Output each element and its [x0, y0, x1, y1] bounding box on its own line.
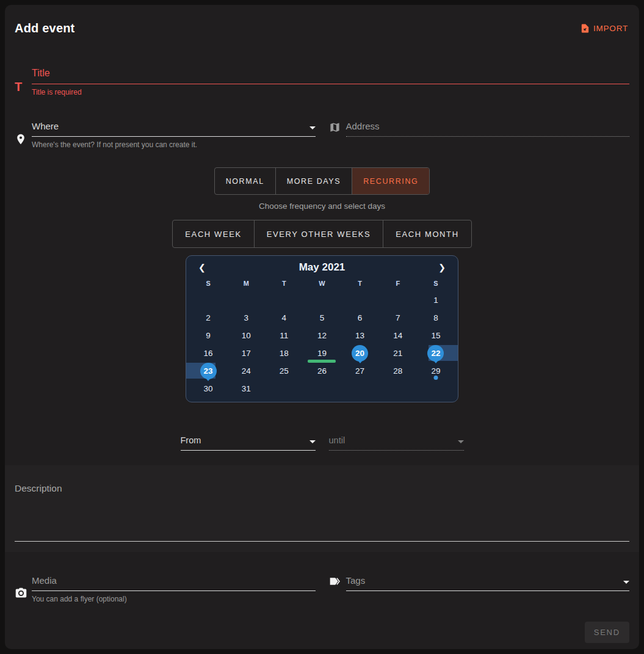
calendar-day-30[interactable]: 30: [189, 380, 227, 398]
calendar-day-25[interactable]: 25: [265, 362, 303, 380]
calendar-day-2[interactable]: 2: [189, 309, 227, 327]
calendar-day-6[interactable]: 6: [341, 309, 379, 327]
calendar-day-empty: [227, 291, 265, 309]
media-hint: You can add a flyer (optional): [32, 595, 316, 603]
calendar-day-27[interactable]: 27: [341, 362, 379, 380]
calendar-day-21[interactable]: 21: [379, 344, 417, 362]
calendar-day-20[interactable]: 20: [341, 344, 379, 362]
title-error: Title is required: [32, 88, 629, 96]
calendar-day-18[interactable]: 18: [265, 344, 303, 362]
header: Add event IMPORT: [15, 5, 629, 36]
calendar-prev-icon[interactable]: ❮: [196, 261, 208, 274]
calendar-day-number: 5: [314, 310, 330, 326]
tab-more-days[interactable]: MORE DAYS: [275, 168, 352, 194]
calendar-day-number: 13: [352, 327, 368, 344]
calendar-day-number: 7: [389, 310, 406, 326]
calendar-day-number: 20: [352, 345, 368, 362]
from-select[interactable]: From: [181, 435, 316, 451]
calendar: ❮ May 2021 ❯ SMTWTFS12345678910111213141…: [186, 255, 458, 402]
tags-placeholder: Tags: [346, 575, 366, 586]
send-button[interactable]: SEND: [585, 622, 629, 643]
calendar-day-header: F: [379, 275, 417, 291]
calendar-day-16[interactable]: 16: [189, 344, 227, 362]
calendar-day-header: W: [303, 275, 341, 291]
calendar-day-11[interactable]: 11: [265, 327, 303, 344]
calendar-day-number: 30: [200, 380, 217, 397]
frequency-options: EACH WEEKEVERY OTHER WEEKSEACH MONTH: [172, 220, 471, 248]
calendar-day-number: 17: [238, 345, 255, 362]
title-placeholder: Title: [32, 68, 50, 79]
calendar-day-empty: [341, 291, 379, 309]
chevron-down-icon: [623, 581, 629, 584]
event-type-tabs: NORMALMORE DAYSRECURRING: [214, 167, 430, 195]
calendar-day-1[interactable]: 1: [417, 291, 455, 309]
frequency-each-week[interactable]: EACH WEEK: [173, 220, 253, 247]
calendar-day-header: T: [265, 275, 303, 291]
calendar-day-number: 14: [389, 327, 406, 344]
camera-icon: [15, 587, 32, 603]
calendar-day-17[interactable]: 17: [227, 344, 265, 362]
calendar-day-number: 18: [276, 345, 292, 362]
calendar-day-number: 26: [314, 363, 330, 379]
description-textarea[interactable]: Description: [5, 465, 639, 552]
calendar-grid: SMTWTFS123456789101112131415161718192021…: [186, 275, 458, 398]
calendar-day-empty: [303, 380, 341, 398]
calendar-day-26[interactable]: 26: [303, 362, 341, 380]
calendar-day-9[interactable]: 9: [189, 327, 227, 344]
calendar-day-8[interactable]: 8: [417, 309, 455, 327]
frequency-each-month[interactable]: EACH MONTH: [383, 220, 471, 247]
frequency-every-other-weeks[interactable]: EVERY OTHER WEEKS: [254, 220, 383, 247]
tags-select[interactable]: Tags: [346, 575, 630, 591]
title-field: T Title Title is required: [15, 68, 629, 96]
calendar-day-empty: [303, 291, 341, 309]
map-icon: [329, 122, 346, 137]
calendar-day-14[interactable]: 14: [379, 327, 417, 344]
page-title: Add event: [15, 21, 74, 35]
calendar-day-number: 31: [238, 380, 255, 397]
calendar-day-31[interactable]: 31: [227, 380, 265, 398]
import-file-icon: [580, 23, 590, 34]
calendar-day-12[interactable]: 12: [303, 327, 341, 344]
calendar-day-number: 9: [200, 327, 217, 344]
chevron-down-icon: [309, 126, 316, 129]
calendar-day-header: M: [227, 275, 265, 291]
until-placeholder: until: [329, 435, 346, 445]
tab-normal[interactable]: NORMAL: [215, 168, 275, 194]
calendar-day-header: T: [341, 275, 379, 291]
chevron-down-icon: [309, 440, 316, 443]
calendar-next-icon[interactable]: ❯: [436, 261, 448, 274]
calendar-day-29[interactable]: 29: [417, 362, 455, 380]
calendar-day-number: 6: [352, 310, 368, 326]
calendar-day-3[interactable]: 3: [227, 309, 265, 327]
calendar-day-24[interactable]: 24: [227, 362, 265, 380]
calendar-day-number: 25: [276, 363, 292, 379]
calendar-day-22[interactable]: 22: [417, 344, 455, 362]
calendar-day-13[interactable]: 13: [341, 327, 379, 344]
calendar-day-23[interactable]: 23: [189, 362, 227, 380]
calendar-day-number: 24: [238, 363, 255, 379]
where-select[interactable]: Where: [32, 121, 316, 137]
calendar-day-empty: [379, 380, 417, 398]
until-select[interactable]: until: [329, 435, 464, 451]
where-hint: Where's the event? If not present you ca…: [32, 140, 316, 149]
title-input[interactable]: Title: [32, 68, 629, 84]
calendar-day-7[interactable]: 7: [379, 309, 417, 327]
description-underline: [15, 541, 629, 542]
from-placeholder: From: [181, 435, 201, 445]
calendar-day-empty: [417, 380, 455, 398]
import-button[interactable]: IMPORT: [579, 21, 629, 36]
calendar-day-number: 12: [314, 327, 330, 344]
media-input[interactable]: Media: [32, 575, 316, 591]
location-pin-icon: [15, 133, 32, 149]
calendar-day-number: 10: [238, 327, 255, 344]
calendar-day-15[interactable]: 15: [417, 327, 455, 344]
calendar-day-empty: [265, 380, 303, 398]
calendar-day-19[interactable]: 19: [303, 344, 341, 362]
calendar-day-4[interactable]: 4: [265, 309, 303, 327]
calendar-day-10[interactable]: 10: [227, 327, 265, 344]
tab-recurring[interactable]: RECURRING: [352, 168, 429, 194]
calendar-day-28[interactable]: 28: [379, 362, 417, 380]
calendar-day-5[interactable]: 5: [303, 309, 341, 327]
address-input[interactable]: Address: [346, 121, 630, 137]
calendar-day-number: 19: [314, 345, 330, 362]
